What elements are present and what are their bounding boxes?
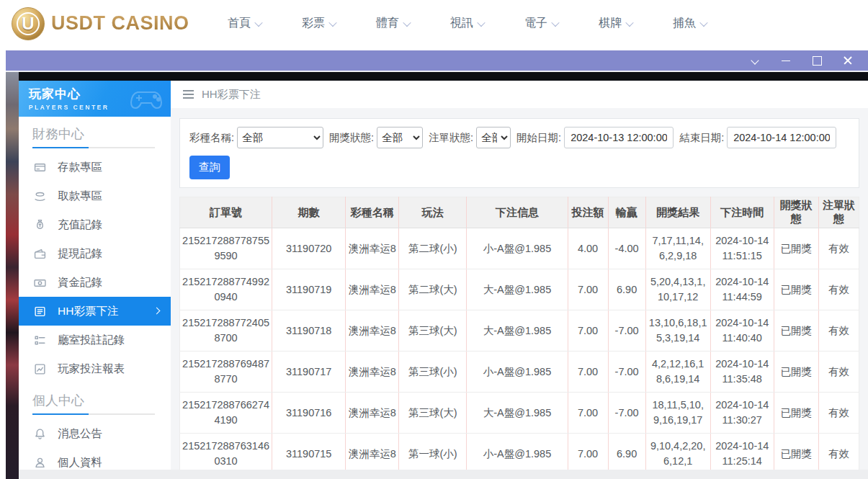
table-row: 215217288766274419031190716澳洲幸运8第三球(大)大-… [180,393,859,434]
column-header: 訂單號 [180,197,272,228]
order-status-select[interactable]: 全部 [476,127,511,148]
table-cell: 已開獎 [774,352,818,393]
table-cell: 大-A盤@1.985 [467,393,568,434]
player-report-icon [34,362,47,375]
table-cell: 2152172887631460310 [180,434,272,475]
sidebar-item[interactable]: 玩家投注報表 [19,354,171,383]
menu-toggle-icon[interactable] [183,90,194,99]
chevron-down-icon [551,18,559,26]
table-cell: 18,11,5,10,9,16,19,17 [645,393,710,434]
chevron-down-icon [477,18,485,26]
table-cell: 2152172887749920940 [180,269,272,310]
sidebar-item[interactable]: 取款專區 [19,182,171,210]
table-cell: 有效 [818,310,859,352]
sidebar-item-label: 資金記錄 [58,275,102,290]
close-icon[interactable] [842,55,854,66]
table-cell: 已開獎 [774,434,818,475]
order-status-label: 注單狀態: [429,131,473,145]
table-body: 215217288778755959031190720澳洲幸运8第二球(小)小-… [180,228,859,479]
nav-item[interactable]: 棋牌 [578,16,653,31]
sidebar-item[interactable]: 廳室投註記錄 [19,326,171,354]
table-cell: 澳洲幸运8 [346,393,399,434]
notice-icon [34,427,47,440]
table-cell: 31190715 [272,434,346,475]
sidebar-sections: 財務中心存款專區取款專區充值記錄提現記錄資金記錄HH彩票下注廳室投註記錄玩家投注… [19,117,171,477]
nav-item[interactable]: 首頁 [207,16,282,31]
table-cell: 2152172887787559590 [180,228,272,269]
site-logo[interactable]: U USDT CASINO [12,7,192,40]
recharge-record-icon [34,218,47,231]
section-title: 個人中心 [19,383,171,413]
sidebar-item-label: 存款專區 [58,160,102,175]
sidebar-item[interactable]: 提現記錄 [19,239,171,268]
table-row: 215217288774992094031190719澳洲幸运8第二球(大)大-… [180,269,859,310]
minimize-icon[interactable] [780,55,792,66]
sidebar-item[interactable]: 充值記錄 [19,210,171,239]
hall-bet-record-icon [34,333,47,346]
table-cell: 2152172887694878770 [180,352,272,393]
bets-table-wrap: 訂單號期數彩種名稱玩法下注信息投注額輸贏開獎結果下注時間開獎狀態注單狀態 215… [179,197,859,479]
page-title: HH彩票下注 [202,88,261,102]
table-cell: 已開獎 [774,310,818,352]
nav-item[interactable]: 體育 [356,16,430,31]
table-cell: 7.00 [568,393,608,434]
sidebar-item-label: 充值記錄 [58,218,102,233]
chevron-down-icon[interactable] [749,55,761,66]
content: 彩種名稱: 全部 開獎狀態: 全部 注單狀態: 全部 [171,108,868,479]
table-row: 215217288778755959031190720澳洲幸运8第二球(小)小-… [180,228,859,269]
table-cell: 第二球(小) [399,228,467,269]
end-date-label: 結束日期: [679,131,724,145]
site-topbar: U USDT CASINO 首頁彩票體育視訊電子棋牌捕魚 [0,0,868,47]
table-cell: 大-A盤@1.985 [467,269,568,310]
sidebar-item-label: 消息公告 [58,426,102,442]
table-cell: 31190719 [272,269,346,310]
column-header: 下注時間 [710,197,774,228]
table-cell: 第二球(大) [399,269,467,310]
table-cell: 13,10,6,18,15,3,19,14 [645,310,710,352]
nav-item[interactable]: 捕魚 [653,16,727,31]
nav-item[interactable]: 電子 [504,16,578,31]
table-cell: -7.00 [608,310,645,352]
main-nav: 首頁彩票體育視訊電子棋牌捕魚 [207,16,727,31]
column-header: 輸贏 [608,197,645,228]
table-cell: 第三球(大) [399,310,467,352]
main-area: HH彩票下注 彩種名稱: 全部 開獎狀態: 全部 [171,81,868,479]
sidebar-item[interactable]: 消息公告 [19,419,171,448]
logo-coin-icon: U [12,7,45,40]
table-cell: -4.00 [608,228,645,269]
sidebar-item-label: 玩家投注報表 [58,362,125,377]
table-cell: 澳洲幸运8 [346,269,399,310]
sidebar-item-label: 取款專區 [58,189,102,204]
table-cell: 澳洲幸运8 [346,352,399,393]
table-cell: 澳洲幸运8 [346,434,399,475]
withdrawal-record-icon [34,247,47,260]
table-cell: 7.00 [568,310,608,352]
search-button[interactable]: 查詢 [189,156,230,179]
lottery-name-label: 彩種名稱: [189,131,234,145]
maximize-icon[interactable] [811,55,823,66]
sidebar: 玩家中心 PLAYERS CENTER 財務中心存款專區取款專區充值記錄提現記錄… [19,81,171,479]
table-cell: 小-A盤@1.985 [467,352,568,393]
end-date-input[interactable] [727,127,836,148]
table-cell: 第一球(小) [399,434,467,475]
table-header-row: 訂單號期數彩種名稱玩法下注信息投注額輸贏開獎結果下注時間開獎狀態注單狀態 [180,197,859,228]
section-underline [32,147,155,148]
column-header: 投注額 [568,197,608,228]
window-body: 玩家中心 PLAYERS CENTER 財務中心存款專區取款專區充值記錄提現記錄… [6,72,868,479]
start-date-label: 開始日期: [516,131,561,145]
table-cell: 有效 [818,434,859,475]
table-cell: 有效 [818,269,859,310]
draw-status-select[interactable]: 全部 [377,127,423,148]
sidebar-item[interactable]: 資金記錄 [19,268,171,297]
nav-item[interactable]: 視訊 [430,16,504,31]
table-cell: 大-A盤@1.985 [467,310,568,352]
table-cell: 7,17,11,14,6,2,9,18 [645,228,710,269]
sidebar-item[interactable]: HH彩票下注 [19,297,171,326]
nav-item[interactable]: 彩票 [282,16,356,31]
lottery-name-select[interactable]: 全部 [237,127,323,148]
sidebar-item[interactable]: 存款專區 [19,153,171,182]
deposit-icon [34,161,47,174]
section-title: 財務中心 [19,117,171,147]
start-date-input[interactable] [564,127,674,148]
table-cell: 第三球(小) [399,352,467,393]
